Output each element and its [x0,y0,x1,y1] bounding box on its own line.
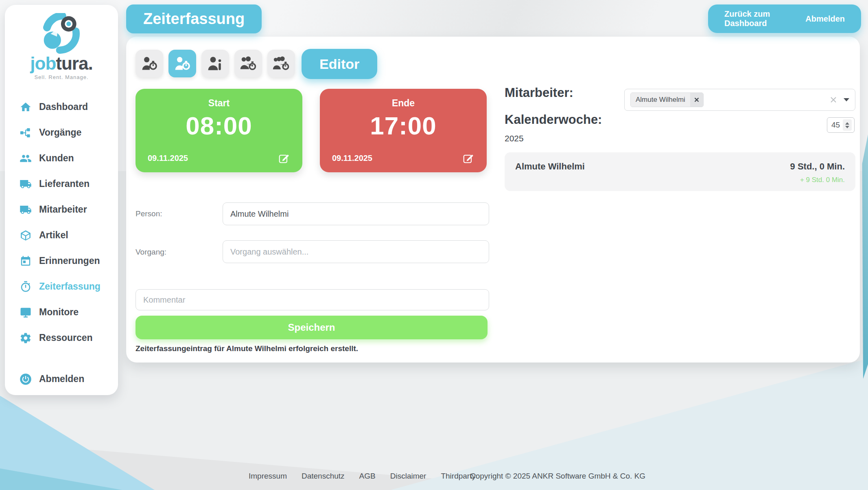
sidebar-item-erinnerungen[interactable]: Erinnerungen [20,248,109,274]
selected-employee-chip: Almute Wilhelmi [630,92,704,107]
start-time-card[interactable]: Start 08:00 09.11.2025 [136,89,302,172]
end-date: 09.11.2025 [332,154,372,163]
tab-person-info[interactable] [201,50,229,77]
chip-label: Almute Wilhelmi [631,93,690,107]
vorgang-input[interactable] [223,240,489,263]
week-number-input[interactable]: 45 [827,117,855,133]
sidebar-item-abmelden[interactable]: Abmelden [20,366,109,392]
logout-button[interactable]: Abmelden [805,14,845,24]
sidebar-item-dashboard[interactable]: Dashboard [20,94,109,120]
mitarbeiter-heading: Mitarbeiter: [505,86,573,100]
end-label: Ende [320,98,487,109]
tab-group-timer-multi[interactable] [267,50,295,77]
truck-icon [20,178,32,190]
kommentar-input[interactable] [136,289,489,310]
main-card: Editor Start 08:00 09.11.2025 Ende 17:00… [126,37,860,363]
back-to-dashboard-button[interactable]: Zurück zum Dashboard [724,9,805,28]
year-label: 2025 [505,134,524,143]
summary-delta-hours: + 9 Std. 0 Min. [800,176,845,184]
sidebar: jobtura. Sell. Rent. Manage. Dashboard V… [5,5,118,395]
tab-single-timer-active[interactable] [168,50,196,77]
monitor-icon [20,306,32,319]
vorgang-label: Vorgang: [136,248,166,257]
copyright-text: Copyright © 2025 ANKR Software GmbH & Co… [470,472,645,481]
sidebar-item-label: Erinnerungen [39,255,100,266]
edit-start-button[interactable] [278,152,290,164]
person-stopwatch-icon [140,55,158,73]
sidebar-item-monitore[interactable]: Monitore [20,299,109,325]
power-icon [20,373,32,385]
kalenderwoche-heading: Kalenderwoche: [505,112,602,127]
edit-end-button[interactable] [462,152,474,164]
select-clear-icon[interactable] [830,96,837,103]
topbar: Zurück zum Dashboard Abmelden [708,4,861,33]
sidebar-item-vorgaenge[interactable]: Vorgänge [20,120,109,145]
summary-total-hours: 9 Std., 0 Min. [790,161,845,172]
sidebar-item-label: Ressourcen [39,332,93,343]
sidebar-item-label: Vorgänge [39,127,81,138]
brand-tagline: Sell. Rent. Manage. [5,74,118,80]
calendar-icon [20,255,32,267]
end-time-value: 17:00 [320,111,487,140]
week-stepper[interactable] [843,119,852,131]
person-input[interactable] [223,202,489,225]
truck-icon [20,204,32,216]
users-icon [20,152,32,165]
end-time-card[interactable]: Ende 17:00 09.11.2025 [320,89,487,172]
footer-link-agb[interactable]: AGB [359,472,376,481]
brand-logo: jobtura. Sell. Rent. Manage. [5,13,118,80]
home-icon [20,101,32,113]
sidebar-item-label: Monitore [39,307,79,318]
sidebar-nav: Dashboard Vorgänge Kunden Lieferanten [20,94,109,351]
sidebar-logout-wrap: Abmelden [20,366,109,392]
mitarbeiter-select[interactable]: Almute Wilhelmi [624,89,855,111]
sidebar-item-kunden[interactable]: Kunden [20,145,109,171]
save-button[interactable]: Speichern [136,316,488,339]
sidebar-item-label: Dashboard [39,101,88,112]
footer-link-impressum[interactable]: Impressum [249,472,287,481]
group-stopwatch-multi-icon [272,55,290,73]
background-triangle-blue [391,358,868,490]
gear-icon [20,332,32,344]
sidebar-item-label: Zeiterfassung [39,281,101,292]
summary-employee-name: Almute Wilhelmi [515,161,585,172]
background-edge-teal [861,134,868,379]
sidebar-item-lieferanten[interactable]: Lieferanten [20,171,109,197]
footer-link-disclaimer[interactable]: Disclaimer [390,472,426,481]
chevron-down-icon[interactable] [844,98,849,101]
group-stopwatch-icon [239,55,257,73]
sidebar-item-label: Mitarbeiter [39,204,87,215]
week-value: 45 [831,121,843,130]
person-stopwatch-icon [173,55,191,73]
sidebar-item-zeiterfassung[interactable]: Zeiterfassung [20,274,109,299]
start-label: Start [136,98,302,109]
sidebar-item-label: Abmelden [39,374,84,385]
stepper-up-icon[interactable] [845,122,849,125]
screen: jobtura. Sell. Rent. Manage. Dashboard V… [0,0,868,490]
footer-link-datenschutz[interactable]: Datenschutz [302,472,345,481]
footer-links: Impressum Datenschutz AGB Disclaimer Thi… [249,472,476,481]
brand-logo-icon [31,13,92,54]
tab-single-timer[interactable] [136,50,163,77]
sidebar-item-artikel[interactable]: Artikel [20,222,109,248]
stepper-down-icon[interactable] [845,126,849,128]
flow-icon [20,127,32,139]
brand-name-part1: job [30,53,56,73]
stopwatch-icon [20,281,32,293]
tab-group-timer[interactable] [234,50,262,77]
employee-summary-row: Almute Wilhelmi 9 Std., 0 Min. + 9 Std. … [505,152,855,191]
brand-logo-text: jobtura. [5,55,118,73]
person-label: Person: [136,209,162,218]
editor-tab[interactable]: Editor [302,49,377,79]
sidebar-item-label: Kunden [39,153,74,164]
success-message: Zeiterfassungeintrag für Almute Wilhelmi… [136,344,358,353]
chip-remove-icon[interactable] [690,93,703,107]
brand-name-part2: tura. [56,53,92,73]
start-date: 09.11.2025 [148,154,188,163]
sidebar-item-ressourcen[interactable]: Ressourcen [20,325,109,351]
sidebar-item-label: Artikel [39,230,68,241]
sidebar-item-mitarbeiter[interactable]: Mitarbeiter [20,197,109,222]
person-info-icon [206,55,224,73]
start-time-value: 08:00 [136,111,302,140]
sidebar-item-label: Lieferanten [39,178,90,189]
